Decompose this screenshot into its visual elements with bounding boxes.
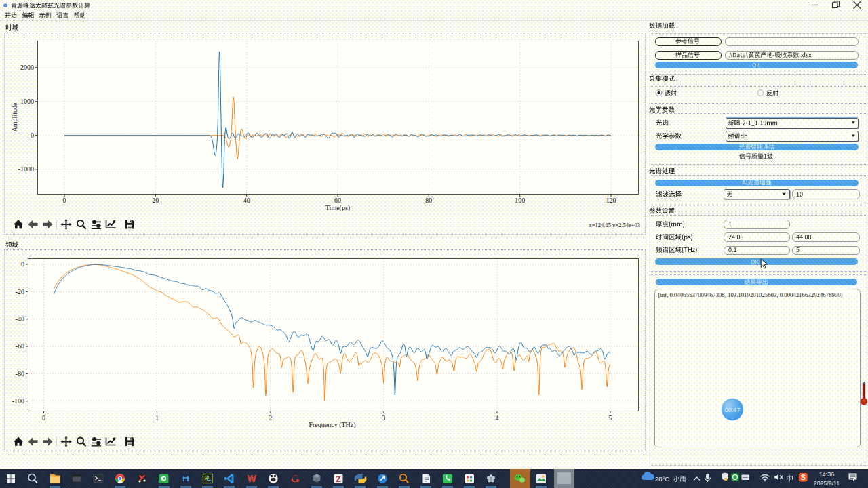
svg-text:14:36: 14:36 bbox=[819, 471, 835, 478]
svg-text:-100: -100 bbox=[12, 397, 24, 405]
svg-text:[inf, 0.04065537009467308, 103: [inf, 0.04065537009467308, 103.101920102… bbox=[658, 291, 843, 298]
svg-text:x=124.65 y=2.54e+03: x=124.65 y=2.54e+03 bbox=[589, 222, 640, 228]
svg-text:60: 60 bbox=[334, 197, 341, 204]
svg-text:Time(ps): Time(ps) bbox=[326, 204, 350, 212]
svg-text:Amplitude: Amplitude bbox=[11, 102, 18, 131]
svg-text:40: 40 bbox=[243, 197, 250, 204]
svg-text:0: 0 bbox=[21, 260, 24, 268]
svg-text:0: 0 bbox=[42, 414, 45, 422]
svg-text:2: 2 bbox=[269, 414, 272, 422]
svg-text:W: W bbox=[247, 473, 256, 484]
svg-text:-60: -60 bbox=[16, 342, 24, 350]
svg-text:00:47: 00:47 bbox=[725, 407, 741, 413]
svg-text:-1000: -1000 bbox=[18, 165, 34, 173]
svg-text:2025/9/11: 2025/9/11 bbox=[814, 480, 840, 487]
svg-text:S: S bbox=[801, 473, 806, 481]
svg-text:-20: -20 bbox=[16, 288, 24, 296]
svg-text:0: 0 bbox=[63, 197, 66, 204]
svg-text:28°C: 28°C bbox=[655, 475, 669, 483]
svg-text:Frequency (THz): Frequency (THz) bbox=[309, 421, 355, 429]
svg-text:1: 1 bbox=[155, 414, 159, 422]
svg-text:3: 3 bbox=[382, 414, 385, 422]
svg-text:Z: Z bbox=[336, 474, 341, 484]
svg-text:120: 120 bbox=[606, 197, 616, 204]
svg-text:20: 20 bbox=[152, 197, 159, 204]
svg-text:2000: 2000 bbox=[20, 64, 34, 71]
svg-text:100: 100 bbox=[515, 197, 525, 204]
svg-text:5: 5 bbox=[609, 414, 612, 422]
svg-text:80: 80 bbox=[425, 197, 432, 204]
svg-text:-80: -80 bbox=[16, 370, 24, 378]
svg-text:4: 4 bbox=[495, 414, 498, 422]
svg-text:0: 0 bbox=[31, 131, 34, 139]
svg-text:-40: -40 bbox=[16, 315, 24, 323]
svg-text:1000: 1000 bbox=[20, 98, 34, 105]
